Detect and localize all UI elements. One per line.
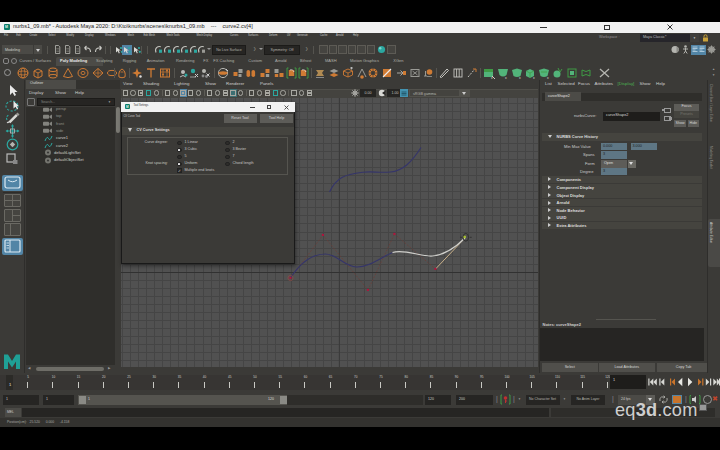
svg-text:x: x bbox=[519, 76, 521, 79]
svg-text:top ▼: top ▼ bbox=[320, 366, 330, 367]
svg-text:x: x bbox=[547, 76, 549, 79]
svg-text:x: x bbox=[533, 76, 535, 79]
svg-text:x: x bbox=[505, 76, 507, 79]
svg-text:x: x bbox=[491, 76, 493, 79]
